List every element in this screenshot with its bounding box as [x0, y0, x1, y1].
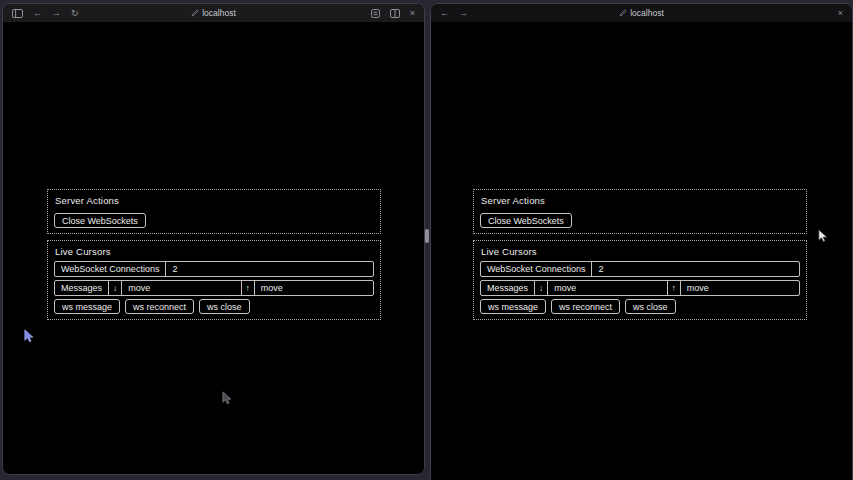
ws-buttons-row: ws message ws reconnect ws close: [480, 299, 800, 314]
edit-address-icon: [191, 9, 199, 17]
outgoing-arrow-icon: ↓: [109, 281, 122, 295]
ws-reconnect-button[interactable]: ws reconnect: [125, 299, 194, 314]
window-controls: ×: [371, 9, 415, 18]
address-bar[interactable]: localhost: [431, 4, 852, 22]
ws-message-button[interactable]: ws message: [54, 299, 120, 314]
nav-controls: ← → ↻: [12, 9, 79, 18]
incoming-arrow-icon: ↑: [242, 281, 255, 295]
sidebar-toggle-icon[interactable]: [12, 9, 23, 18]
close-websockets-button[interactable]: Close WebSockets: [480, 213, 572, 228]
ws-reconnect-button[interactable]: ws reconnect: [551, 299, 620, 314]
browser-window-right: ← → localhost × Server Actions Close Web…: [430, 3, 853, 480]
controls-panel: Server Actions Close WebSockets Live Cur…: [47, 189, 381, 326]
messages-row: Messages ↓ move ↑ move: [54, 280, 374, 296]
reader-list-icon[interactable]: [371, 9, 380, 18]
websocket-connections-row: WebSocket Connections 2: [480, 261, 800, 277]
server-actions-group: Server Actions Close WebSockets: [473, 189, 807, 234]
edit-address-icon: [619, 9, 627, 17]
outgoing-arrow-icon: ↓: [535, 281, 548, 295]
incoming-message-value: move: [255, 281, 373, 295]
address-text: localhost: [202, 8, 236, 18]
reload-icon[interactable]: ↻: [71, 9, 79, 18]
titlebar-left: ← → ↻ localhost ×: [3, 4, 424, 22]
live-cursors-group: Live Cursors WebSocket Connections 2 Mes…: [47, 240, 381, 320]
split-view-icon[interactable]: [390, 9, 400, 18]
outgoing-message-value: move: [548, 281, 667, 295]
live-cursors-legend: Live Cursors: [481, 246, 800, 257]
close-icon[interactable]: ×: [410, 9, 415, 18]
server-actions-legend: Server Actions: [55, 195, 374, 206]
titlebar-right: ← → localhost ×: [431, 4, 852, 22]
incoming-message-value: move: [681, 281, 799, 295]
connections-label: WebSocket Connections: [481, 262, 592, 276]
close-icon[interactable]: ×: [838, 9, 843, 18]
browser-window-left: ← → ↻ localhost ×: [2, 3, 425, 475]
incoming-arrow-icon: ↑: [668, 281, 681, 295]
ws-buttons-row: ws message ws reconnect ws close: [54, 299, 374, 314]
server-actions-group: Server Actions Close WebSockets: [47, 189, 381, 234]
ws-close-button[interactable]: ws close: [625, 299, 676, 314]
close-websockets-button[interactable]: Close WebSockets: [54, 213, 146, 228]
outgoing-message-value: move: [122, 281, 241, 295]
page-content-left: Server Actions Close WebSockets Live Cur…: [3, 22, 424, 474]
controls-panel: Server Actions Close WebSockets Live Cur…: [473, 189, 807, 326]
page-content-right: Server Actions Close WebSockets Live Cur…: [431, 22, 852, 480]
forward-icon[interactable]: →: [459, 9, 468, 18]
messages-label: Messages: [481, 281, 535, 295]
back-icon[interactable]: ←: [440, 9, 449, 18]
connections-value: 2: [592, 262, 799, 276]
connections-label: WebSocket Connections: [55, 262, 166, 276]
forward-icon[interactable]: →: [52, 9, 61, 18]
window-split-handle[interactable]: [425, 229, 429, 243]
address-text: localhost: [630, 8, 664, 18]
ws-message-button[interactable]: ws message: [480, 299, 546, 314]
live-cursors-group: Live Cursors WebSocket Connections 2 Mes…: [473, 240, 807, 320]
window-controls: ×: [838, 9, 843, 18]
back-icon[interactable]: ←: [33, 9, 42, 18]
messages-label: Messages: [55, 281, 109, 295]
nav-controls: ← →: [440, 9, 468, 18]
connections-value: 2: [166, 262, 373, 276]
websocket-connections-row: WebSocket Connections 2: [54, 261, 374, 277]
ws-close-button[interactable]: ws close: [199, 299, 250, 314]
live-cursors-legend: Live Cursors: [55, 246, 374, 257]
messages-row: Messages ↓ move ↑ move: [480, 280, 800, 296]
server-actions-legend: Server Actions: [481, 195, 800, 206]
